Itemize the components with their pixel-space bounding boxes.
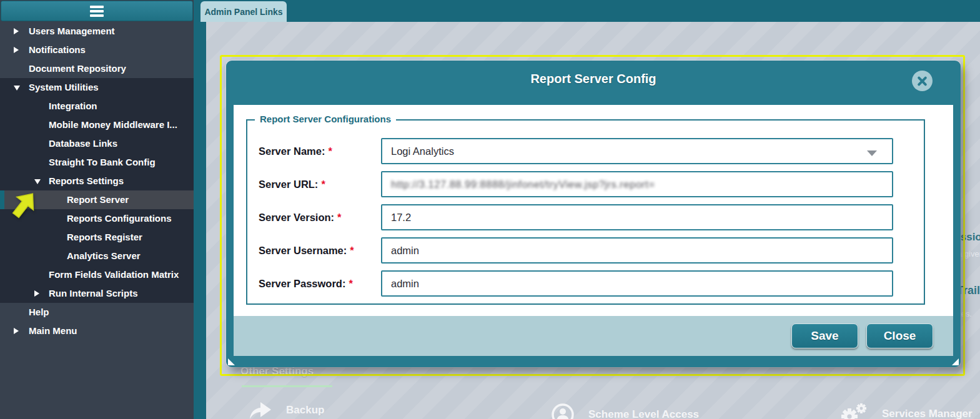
sidebar: Users Management Notifications Document … — [0, 0, 194, 419]
field-label: Server URL: — [259, 179, 318, 190]
cursor-arrow-icon — [10, 187, 42, 225]
sidebar-item-system-utilities[interactable]: System Utilities — [0, 78, 194, 97]
expand-right-icon — [14, 47, 19, 53]
sidebar-item-main-menu[interactable]: Main Menu — [0, 322, 194, 340]
app-window: Users Management Notifications Document … — [0, 0, 980, 419]
sidebar-item-document-repository[interactable]: Document Repository — [0, 59, 194, 78]
resize-grip-icon[interactable] — [952, 358, 959, 365]
field-value: http://3.127.88.99:8888/jinfonet/tryView… — [391, 179, 655, 190]
sidebar-menu: Users Management Notifications Document … — [0, 22, 194, 340]
gears-icon — [839, 403, 868, 419]
report-server-configurations-fieldset: Report Server Configurations Server Name… — [246, 119, 925, 305]
hamburger-icon — [90, 6, 104, 17]
form-row-server-username: Server Username:* admin — [247, 237, 924, 264]
sidebar-item-integration[interactable]: Integration — [0, 97, 194, 116]
expand-right-icon — [34, 290, 39, 297]
form-row-server-url: Server URL:* http://3.127.88.99:8888/jin… — [247, 171, 924, 197]
section-title-underline — [242, 385, 332, 387]
active-item-indicator — [0, 190, 4, 209]
save-button[interactable]: Save — [791, 323, 858, 348]
fieldset-legend: Report Server Configurations — [255, 114, 396, 124]
server-url-input[interactable]: http://3.127.88.99:8888/jinfonet/tryView… — [381, 171, 893, 197]
user-circle-icon — [551, 403, 575, 419]
sidebar-item-straight-to-bank-config[interactable]: Straight To Bank Config — [0, 153, 194, 172]
sidebar-item-database-links[interactable]: Database Links — [0, 134, 194, 153]
sidebar-item-notifications[interactable]: Notifications — [0, 41, 194, 59]
server-version-input[interactable]: 17.2 — [381, 204, 893, 230]
sidebar-item-help[interactable]: Help — [0, 303, 194, 322]
close-icon[interactable] — [912, 71, 933, 91]
sidebar-item-analytics-server[interactable]: Analytics Server — [0, 247, 194, 265]
shortcut-services-manager[interactable]: Services Manager — [839, 403, 973, 419]
section-title-other-settings: Other Settings — [240, 365, 314, 378]
collapse-down-icon — [34, 179, 41, 184]
export-arrow-icon — [247, 400, 272, 419]
dialog-title: Report Server Config — [226, 72, 961, 86]
required-asterisk: * — [349, 278, 352, 289]
collapse-down-icon — [14, 86, 20, 91]
clipped-text-fragment: ission — [958, 231, 980, 244]
close-button[interactable]: Close — [866, 323, 933, 348]
sidebar-item-run-internal-scripts[interactable]: Run Internal Scripts — [0, 284, 194, 303]
field-value: admin — [391, 245, 419, 256]
server-name-select[interactable]: Logi Analytics — [381, 138, 893, 164]
sidebar-item-reports-register[interactable]: Reports Register — [0, 228, 194, 247]
required-asterisk: * — [350, 245, 354, 256]
dropdown-caret-icon — [867, 150, 877, 156]
tab-admin-panel-links[interactable]: Admin Panel Links — [200, 1, 287, 22]
tab-bar: Admin Panel Links — [194, 0, 980, 22]
field-value: 17.2 — [391, 212, 411, 223]
shortcut-scheme-level-access[interactable]: Scheme Level Access — [551, 403, 699, 419]
sidebar-item-mobile-money-middleware[interactable]: Mobile Money Middleware I... — [0, 116, 194, 134]
dialog-body: Report Server Configurations Server Name… — [234, 105, 953, 316]
field-label: Server Username: — [259, 245, 347, 256]
expand-right-icon — [14, 328, 19, 334]
form-row-server-version: Server Version:* 17.2 — [247, 204, 924, 230]
content-left-teal-strip — [194, 22, 206, 419]
shortcut-backup[interactable]: Backup — [247, 400, 324, 419]
form-row-server-name: Server Name:* Logi Analytics — [247, 138, 924, 164]
sidebar-item-users-management[interactable]: Users Management — [0, 22, 194, 41]
required-asterisk: * — [328, 145, 332, 157]
sidebar-toggle-button[interactable] — [1, 1, 193, 21]
server-username-input[interactable]: admin — [381, 237, 893, 264]
expand-right-icon — [14, 28, 19, 34]
field-label: Server Version: — [259, 212, 334, 223]
clipped-text-fragment: a given — [958, 249, 980, 259]
dialog-footer: Save Close — [234, 316, 953, 356]
form-row-server-password: Server Password:* admin — [247, 270, 924, 297]
required-asterisk: * — [321, 179, 325, 190]
server-password-input[interactable]: admin — [381, 270, 893, 297]
resize-grip-icon[interactable] — [228, 358, 235, 365]
sidebar-item-form-fields-validation-matrix[interactable]: Form Fields Validation Matrix — [0, 265, 194, 284]
report-server-config-dialog: Report Server Config Report Server Confi… — [226, 61, 961, 367]
field-value: admin — [391, 278, 419, 289]
field-label: Server Name: — [259, 145, 325, 157]
field-label: Server Password: — [259, 278, 345, 289]
required-asterisk: * — [337, 212, 341, 223]
selected-value: Logi Analytics — [391, 145, 454, 157]
